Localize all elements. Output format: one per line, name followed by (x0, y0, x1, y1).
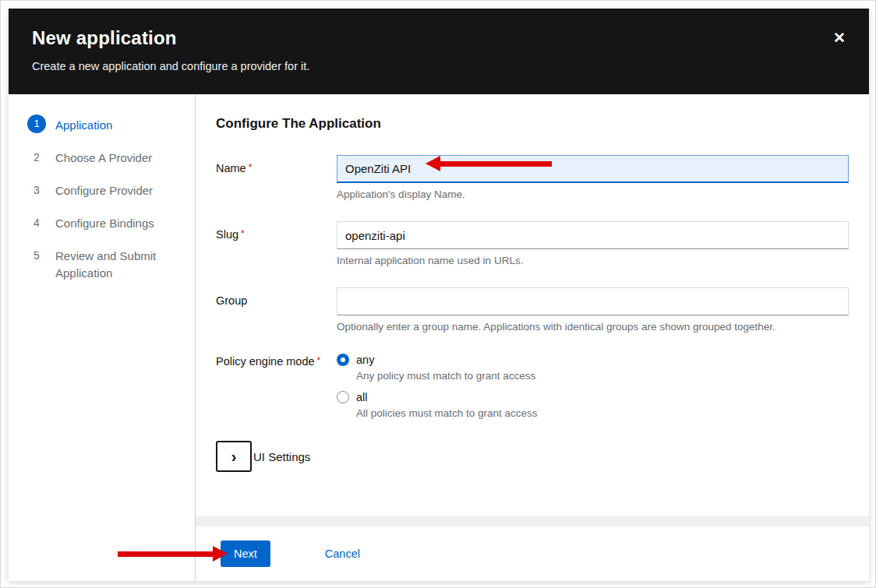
policy-option-any[interactable]: any (337, 354, 849, 366)
step-number: 4 (27, 213, 46, 232)
cancel-link[interactable]: Cancel (325, 548, 360, 560)
wizard-content-column: Configure The Application Name* Applicat… (196, 94, 869, 581)
form-content: Configure The Application Name* Applicat… (196, 94, 869, 516)
wizard-steps-sidebar: 1 Application 2 Choose A Provider 3 Conf… (9, 94, 196, 581)
sidebar-item-application[interactable]: 1 Application (27, 114, 195, 134)
group-label: Group (216, 287, 337, 333)
policy-any-helper-text: Any policy must match to grant access (356, 370, 849, 382)
modal-header: New application Create a new application… (9, 9, 869, 94)
annotation-arrow-name-input (440, 161, 552, 167)
step-label: Configure Provider (55, 181, 153, 199)
sidebar-item-configure-provider[interactable]: 3 Configure Provider (27, 181, 195, 199)
name-helper-text: Application's display Name. (337, 188, 849, 200)
step-label: Configure Bindings (55, 213, 154, 232)
policy-all-label: all (356, 391, 368, 403)
step-number: 3 (27, 181, 46, 199)
name-label: Name* (216, 155, 337, 200)
slug-helper-text: Internal application name used in URLs. (337, 255, 849, 266)
modal-subtitle: Create a new application and configure a… (32, 60, 846, 72)
next-button[interactable]: Next (221, 540, 270, 567)
sidebar-item-choose-provider[interactable]: 2 Choose A Provider (27, 148, 195, 167)
step-number: 2 (27, 148, 46, 167)
annotation-arrow-next-button (118, 551, 213, 557)
required-asterisk: * (317, 355, 321, 366)
policy-any-label: any (356, 354, 374, 366)
footer-divider-strip (196, 516, 869, 526)
required-asterisk: * (249, 162, 253, 173)
policy-engine-mode-label: Policy engine mode* (216, 354, 337, 428)
group-field-row: Group Optionally enter a group name. App… (216, 287, 849, 333)
step-label: Choose A Provider (55, 148, 152, 167)
close-button[interactable]: ✕ (833, 30, 846, 45)
step-number: 5 (27, 246, 46, 265)
sidebar-item-configure-bindings[interactable]: 4 Configure Bindings (27, 213, 195, 232)
slug-input[interactable] (337, 221, 849, 249)
sidebar-item-review-submit[interactable]: 5 Review and Submit Application (27, 246, 195, 282)
ui-settings-label: UI Settings (253, 450, 310, 463)
ui-settings-section: › UI Settings (216, 441, 849, 472)
required-asterisk: * (241, 228, 245, 239)
modal-footer: Next Cancel (196, 526, 869, 581)
ui-settings-expand-button[interactable]: › (216, 441, 252, 472)
name-input[interactable] (337, 155, 849, 183)
screenshot-page: New application Create a new application… (0, 0, 876, 588)
policy-all-helper-text: All policies must match to grant access (356, 407, 849, 419)
policy-option-all[interactable]: all (337, 391, 849, 403)
policy-engine-mode-row: Policy engine mode* any Any policy must … (216, 354, 849, 428)
group-helper-text: Optionally enter a group name. Applicati… (337, 321, 849, 333)
modal-title: New application (32, 27, 846, 49)
new-application-modal: New application Create a new application… (9, 9, 869, 581)
slug-field-row: Slug* Internal application name used in … (216, 221, 849, 266)
group-input[interactable] (337, 287, 849, 315)
page-title: Configure The Application (216, 116, 849, 132)
step-label: Application (55, 114, 112, 134)
chevron-right-icon: › (231, 448, 237, 465)
close-icon: ✕ (833, 30, 846, 46)
policy-any-radio[interactable] (337, 354, 349, 366)
slug-label: Slug* (216, 221, 337, 266)
policy-all-radio[interactable] (337, 391, 349, 403)
step-number-badge: 1 (27, 114, 46, 133)
step-label: Review and Submit Application (55, 246, 180, 282)
